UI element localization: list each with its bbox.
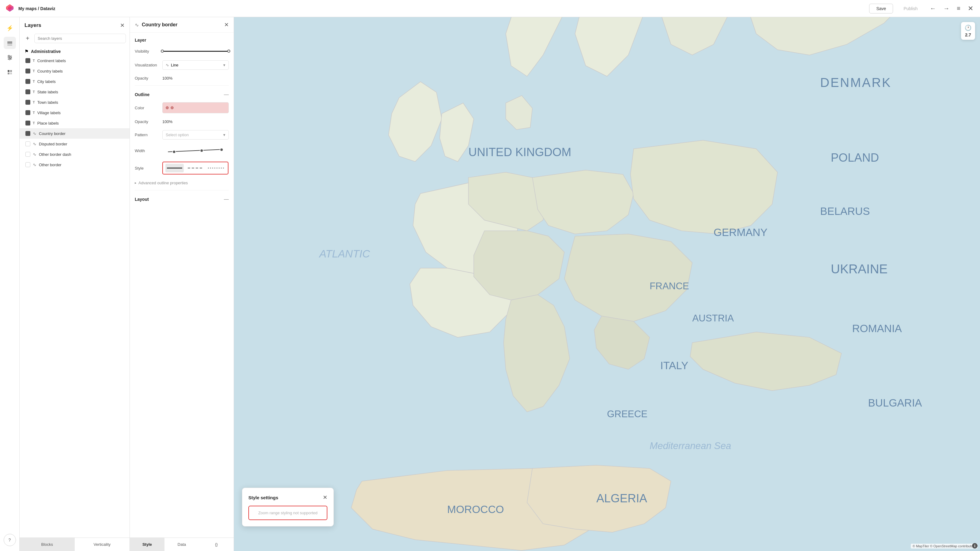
layer-vis-village [25, 110, 30, 115]
layer-name-country-labels: Country labels [37, 69, 63, 73]
layer-vis-state [25, 89, 30, 94]
svg-text:POLAND: POLAND [831, 151, 879, 164]
color-row: Color [130, 99, 234, 116]
props-tab-code[interactable]: {} [199, 538, 234, 551]
visualization-label: Visualization [135, 63, 162, 67]
layer-type-line-icon: ∿ [33, 131, 37, 136]
layer-type-text-icon4: T [33, 90, 35, 94]
sidebar-icon-puzzle[interactable] [4, 66, 16, 78]
layout-collapse-icon[interactable]: — [224, 197, 229, 202]
sidebar-icon-question[interactable]: ? [4, 534, 16, 546]
style-option-dotted[interactable] [207, 164, 225, 172]
layer-vis-country-border [25, 131, 30, 136]
search-layers-input[interactable] [34, 34, 126, 43]
layer-vis-continent [25, 58, 30, 63]
publish-button[interactable]: Publish [897, 4, 924, 13]
width-label: Width [135, 148, 162, 153]
layer-type-text-icon2: T [33, 69, 35, 73]
layer-vis-other-border [25, 162, 30, 167]
color-dot-2 [170, 106, 173, 109]
add-layer-button[interactable]: + [23, 34, 32, 43]
layer-item-disputed-border[interactable]: ∿ Disputed border [20, 139, 130, 149]
map-attribution: © MapTiler © OpenStreetMap contributors [911, 544, 978, 549]
props-bottom-tabs: Style Data {} [130, 538, 234, 551]
layer-name-disputed: Disputed border [39, 142, 67, 146]
group-label: Administrative [31, 49, 60, 54]
svg-point-16 [173, 150, 176, 153]
tab-verticality[interactable]: Verticality [75, 538, 130, 551]
layer-name-state: State labels [37, 90, 58, 94]
layers-list: T Continent labels T Country labels T Ci… [20, 56, 130, 538]
layer-group-administrative: ⚑ Administrative [20, 46, 130, 56]
icon-sidebar: ⚡ ? [0, 17, 20, 551]
forward-button[interactable]: → [942, 3, 951, 14]
color-swatch[interactable] [162, 102, 229, 113]
layers-title: Layers [24, 22, 41, 29]
svg-text:ALGERIA: ALGERIA [596, 492, 647, 505]
visibility-label: Visibility [135, 49, 162, 54]
svg-text:UKRAINE: UKRAINE [831, 262, 888, 276]
close-topbar-button[interactable]: ✕ [966, 3, 975, 14]
opacity-label: Opacity [135, 76, 162, 81]
style-settings-close-button[interactable]: ✕ [323, 494, 328, 501]
visualization-select[interactable]: ∿ Line ▾ [162, 60, 229, 70]
sidebar-icon-layers[interactable] [4, 37, 16, 49]
svg-text:UNITED KINGDOM: UNITED KINGDOM [469, 145, 571, 159]
style-settings-title: Style settings [248, 495, 278, 500]
pattern-chevron-icon: ▾ [223, 133, 225, 137]
layer-name-town: Town labels [37, 100, 58, 105]
outline-collapse-icon[interactable]: — [224, 92, 229, 97]
map-area[interactable]: NORWAY FINLAND SWEDEN UNITED KINGDOM DEN… [234, 17, 980, 551]
layer-item-village-labels[interactable]: T Village labels [20, 108, 130, 118]
layer-item-country-labels[interactable]: T Country labels [20, 66, 130, 76]
logo [5, 3, 15, 14]
style-settings-popup: Style settings ✕ Zoom range styling not … [242, 487, 334, 527]
props-tab-style[interactable]: Style [130, 538, 164, 551]
props-tab-data[interactable]: Data [164, 538, 199, 551]
svg-text:BELARUS: BELARUS [820, 205, 870, 217]
layer-type-line-icon2: ∿ [33, 141, 37, 146]
svg-rect-14 [10, 73, 12, 75]
props-title: Country border [142, 22, 221, 27]
props-close-button[interactable]: ✕ [224, 21, 229, 28]
menu-button[interactable]: ≡ [955, 3, 962, 14]
svg-text:GREECE: GREECE [607, 409, 648, 419]
layer-item-other-border[interactable]: ∿ Other border [20, 159, 130, 170]
style-option-solid[interactable] [165, 164, 184, 172]
layer-item-other-border-dash[interactable]: ∿ Other border dash [20, 149, 130, 159]
tab-blocks[interactable]: Blocks [20, 538, 75, 551]
save-button[interactable]: Save [869, 4, 893, 13]
zoom-level: 2.7 [965, 32, 971, 37]
svg-point-8 [10, 57, 11, 59]
layer-type-text-icon3: T [33, 79, 35, 83]
color-dot-1 [166, 106, 169, 109]
style-option-dashed[interactable] [186, 164, 205, 172]
advanced-outline-link[interactable]: ▸ Advanced outline properties [130, 178, 234, 188]
color-label: Color [135, 106, 162, 110]
layer-item-continent-labels[interactable]: T Continent labels [20, 56, 130, 66]
layer-item-place-labels[interactable]: T Place labels [20, 118, 130, 128]
layer-name-country-border: Country border [39, 131, 65, 136]
layers-close-button[interactable]: ✕ [120, 22, 125, 29]
sidebar-icon-sliders[interactable] [4, 51, 16, 64]
outline-opacity-row: Opacity 100% [130, 116, 234, 127]
map-svg: NORWAY FINLAND SWEDEN UNITED KINGDOM DEN… [234, 17, 980, 551]
width-slider[interactable] [162, 146, 229, 156]
layer-item-state-labels[interactable]: T State labels [20, 87, 130, 97]
layer-item-town-labels[interactable]: T Town labels [20, 97, 130, 108]
breadcrumb: My maps / Dataviz [18, 6, 56, 11]
sidebar-icon-bolt[interactable]: ⚡ [4, 22, 16, 34]
layer-item-country-border[interactable]: ∿ Country border [20, 128, 130, 139]
svg-rect-3 [7, 43, 12, 44]
svg-point-18 [220, 148, 223, 151]
svg-text:BULGARIA: BULGARIA [868, 397, 923, 409]
layers-bottom-tabs: Blocks Verticality [20, 538, 130, 551]
layer-vis-other-dash [25, 152, 30, 157]
back-button[interactable]: ← [928, 3, 938, 14]
svg-text:GERMANY: GERMANY [714, 226, 767, 238]
layer-item-city-labels[interactable]: T City labels [20, 76, 130, 87]
pattern-select[interactable]: Select option ▾ [162, 130, 229, 140]
outline-section-header: Outline — [130, 87, 234, 99]
attribution-info-icon[interactable]: ℹ [972, 543, 978, 549]
visibility-row: Visibility [130, 45, 234, 57]
